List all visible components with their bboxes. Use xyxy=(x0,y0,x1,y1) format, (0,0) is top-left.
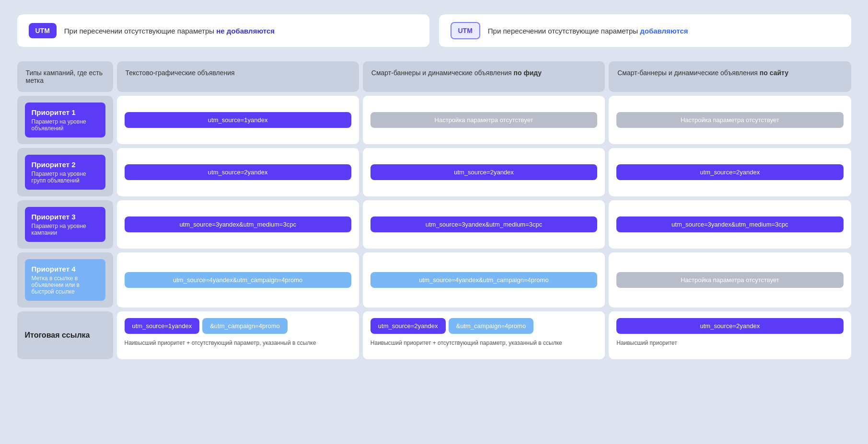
final-tags-2: utm_source=2yandex &utm_campaign=4promo xyxy=(370,318,597,334)
row-final: Итоговая ссылка utm_source=1yandex &utm_… xyxy=(17,311,851,359)
final-desc-3: Наивысший приоритет xyxy=(616,340,843,346)
priority-3-desc: Параметр на уровне кампании xyxy=(32,223,99,236)
cell-3-1: utm_source=3yandex&utm_medium=3cpc xyxy=(117,200,359,249)
utm-badge-light: UTM xyxy=(451,22,480,39)
priority-2-title: Приоритет 2 xyxy=(32,160,99,169)
cell-3-2: utm_source=3yandex&utm_medium=3cpc xyxy=(363,200,605,249)
final-row-label: Итоговая ссылка xyxy=(25,331,90,340)
row-priority-3: Приоритет 3 Параметр на уровне кампании … xyxy=(17,200,851,249)
utm-tag-4-3: Настройка параметра отсутствует xyxy=(616,272,843,288)
cell-1-3: Настройка параметра отсутствует xyxy=(609,96,851,144)
grid-header: Типы кампаний, где есть метка Текстово-г… xyxy=(17,61,851,92)
utm-tag-1-2: Настройка параметра отсутствует xyxy=(370,112,597,128)
final-tags-3: utm_source=2yandex xyxy=(616,318,843,334)
cell-2-2: utm_source=2yandex xyxy=(363,148,605,196)
utm-tag-2-3: utm_source=2yandex xyxy=(616,164,843,180)
final-desc-2: Наивысший приоритет + отсутствующий пара… xyxy=(370,340,597,346)
cell-2-3: utm_source=2yandex xyxy=(609,148,851,196)
utm-tag-3-2: utm_source=3yandex&utm_medium=3cpc xyxy=(370,216,597,232)
utm-tag-3-1: utm_source=3yandex&utm_medium=3cpc xyxy=(125,216,351,232)
final-tag-1-2: &utm_campaign=4promo xyxy=(202,318,288,334)
left-priority-3: Приоритет 3 Параметр на уровне кампании xyxy=(17,200,113,249)
priority-box-4: Приоритет 4 Метка в ссылке в объявлении … xyxy=(25,259,105,301)
banner-text-add: При пересечении отсутствующие параметры … xyxy=(488,27,688,35)
page-container: UTM При пересечении отсутствующие параме… xyxy=(17,14,851,359)
utm-tag-3-3: utm_source=3yandex&utm_medium=3cpc xyxy=(616,216,843,232)
cell-1-2: Настройка параметра отсутствует xyxy=(363,96,605,144)
highlight-no: не добавляются xyxy=(216,27,275,35)
left-priority-4: Приоритет 4 Метка в ссылке в объявлении … xyxy=(17,252,113,307)
banner-text-no-add: При пересечении отсутствующие параметры … xyxy=(64,27,275,35)
left-priority-2: Приоритет 2 Параметр на уровне групп объ… xyxy=(17,148,113,196)
left-priority-1: Приоритет 1 Параметр на уровне объявлени… xyxy=(17,96,113,144)
final-cell-1: utm_source=1yandex &utm_campaign=4promo … xyxy=(117,311,359,359)
row-priority-4: Приоритет 4 Метка в ссылке в объявлении … xyxy=(17,252,851,307)
row-priority-2: Приоритет 2 Параметр на уровне групп объ… xyxy=(17,148,851,196)
header-col-smart1: Смарт-баннеры и динамические объявления … xyxy=(363,61,605,92)
priority-2-desc: Параметр на уровне групп объявлений xyxy=(32,171,99,184)
utm-tag-1-1: utm_source=1yandex xyxy=(125,112,351,128)
utm-tag-4-2: utm_source=4yandex&utm_campaign=4promo xyxy=(370,272,597,288)
top-banners: UTM При пересечении отсутствующие параме… xyxy=(17,14,851,47)
priority-box-3: Приоритет 3 Параметр на уровне кампании xyxy=(25,207,105,242)
cell-4-3: Настройка параметра отсутствует xyxy=(609,252,851,307)
utm-tag-4-1: utm_source=4yandex&utm_campaign=4promo xyxy=(125,272,351,288)
final-tag-2-2: &utm_campaign=4promo xyxy=(449,318,534,334)
banner-no-add: UTM При пересечении отсутствующие параме… xyxy=(17,14,429,47)
priority-box-2: Приоритет 2 Параметр на уровне групп объ… xyxy=(25,155,105,190)
cell-3-3: utm_source=3yandex&utm_medium=3cpc xyxy=(609,200,851,249)
main-grid: Типы кампаний, где есть метка Текстово-г… xyxy=(17,61,851,359)
header-col-types: Типы кампаний, где есть метка xyxy=(17,61,113,92)
header-col-smart2: Смарт-баннеры и динамические объявления … xyxy=(609,61,851,92)
highlight-yes: добавляются xyxy=(640,27,688,35)
priority-4-title: Приоритет 4 xyxy=(32,265,99,273)
cell-4-1: utm_source=4yandex&utm_campaign=4promo xyxy=(117,252,359,307)
priority-4-desc: Метка в ссылке в объявлении или в быстро… xyxy=(32,275,99,295)
final-tags-1: utm_source=1yandex &utm_campaign=4promo xyxy=(125,318,351,334)
grid-body: Приоритет 1 Параметр на уровне объявлени… xyxy=(17,96,851,359)
priority-3-title: Приоритет 3 xyxy=(32,213,99,221)
final-cell-2: utm_source=2yandex &utm_campaign=4promo … xyxy=(363,311,605,359)
cell-4-2: utm_source=4yandex&utm_campaign=4promo xyxy=(363,252,605,307)
final-tag-3-1: utm_source=2yandex xyxy=(616,318,843,334)
utm-tag-2-2: utm_source=2yandex xyxy=(370,164,597,180)
left-final: Итоговая ссылка xyxy=(17,311,113,359)
final-tag-2-1: utm_source=2yandex xyxy=(370,318,446,334)
header-col-text: Текстово-графические объявления xyxy=(117,61,359,92)
priority-1-title: Приоритет 1 xyxy=(32,108,99,116)
priority-box-1: Приоритет 1 Параметр на уровне объявлени… xyxy=(25,102,105,137)
final-cell-3: utm_source=2yandex Наивысший приоритет xyxy=(609,311,851,359)
utm-badge-dark: UTM xyxy=(29,23,57,38)
cell-1-1: utm_source=1yandex xyxy=(117,96,359,144)
utm-tag-2-1: utm_source=2yandex xyxy=(125,164,351,180)
row-priority-1: Приоритет 1 Параметр на уровне объявлени… xyxy=(17,96,851,144)
final-desc-1: Наивысший приоритет + отсутствующий пара… xyxy=(125,340,351,346)
priority-1-desc: Параметр на уровне объявлений xyxy=(32,118,99,132)
banner-add: UTM При пересечении отсутствующие параме… xyxy=(439,14,851,47)
final-tag-1-1: utm_source=1yandex xyxy=(125,318,200,334)
utm-tag-1-3: Настройка параметра отсутствует xyxy=(616,112,843,128)
cell-2-1: utm_source=2yandex xyxy=(117,148,359,196)
